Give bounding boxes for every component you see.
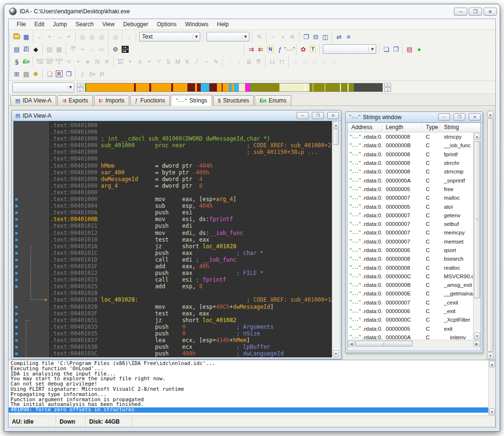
table-row[interactable]: "...".rdata:0...0000000AC_snprintf (348, 176, 473, 184)
asm-line[interactable]: .text:00401031 jz short loc_401082 (50, 317, 332, 324)
tab-exports[interactable]: ⇉Exports (57, 95, 93, 105)
output-window[interactable]: Compiling file 'C:\Program Files (x86)\I… (9, 360, 495, 416)
open-file[interactable] (12, 32, 21, 41)
asm-line[interactable]: .text:00401000 sub_401000 proc near ; CO… (50, 142, 332, 149)
scroll-up-icon[interactable]: ▲ (487, 111, 494, 118)
strings-column-headers[interactable]: AddressLengthTypeString (348, 123, 481, 132)
scroll-up-icon[interactable]: ▲ (489, 361, 495, 367)
scroll-left-icon[interactable]: ◀ (348, 341, 355, 346)
menu-debugger[interactable]: Debugger (119, 20, 153, 29)
window-switch[interactable]: ⇄ (334, 32, 344, 41)
calculator[interactable]: ⊞ (12, 69, 21, 79)
table-row[interactable]: "...".rdata:0...00000008Cstrncmp (348, 167, 473, 176)
xrefs-from[interactable]: ⇇ (256, 44, 266, 54)
asm-line[interactable]: .text:00401000 (50, 129, 332, 135)
strings-vertical-scrollbar[interactable]: ▲ ≡ ▼ (473, 132, 481, 340)
window-prev[interactable]: ❏ (45, 69, 54, 79)
table-row[interactable]: "...".rdata:0...0000000CC_XcptFilter (348, 315, 473, 324)
strings-window-button[interactable]: "..." (285, 44, 294, 54)
column-header-string[interactable]: String (440, 123, 481, 132)
table-row[interactable]: "...".rdata:0...00000007Cmemset (348, 237, 473, 246)
asm-line[interactable]: .text:00401000 ; sub_401150+38↓p ... (50, 149, 332, 155)
resize-grip[interactable] (348, 347, 481, 351)
window-list[interactable]: ≡ (344, 32, 353, 41)
menu-edit[interactable]: Edit (30, 20, 49, 29)
navigator-band[interactable] (85, 83, 383, 92)
problems-report[interactable]: ▤ (405, 44, 414, 54)
asm-line[interactable]: .text:0040101A jz short loc_401028 (50, 243, 332, 250)
window-stack[interactable]: ❐ (64, 69, 73, 79)
asm-line[interactable]: .text:00401000 mov eax, [esp+arg_4] (50, 196, 332, 203)
menu-options[interactable]: Options (153, 20, 181, 29)
band-scroll-left-button[interactable]: ▸ (384, 83, 391, 87)
table-row[interactable]: "...".rdata:0...00000008Cstrncpy (348, 132, 473, 141)
scroll-down-icon[interactable]: ▼ (487, 352, 494, 359)
column-header-length[interactable]: Length (382, 123, 422, 132)
asm-line[interactable]: .text:00401000 hMem = dword ptr -404h (50, 162, 332, 169)
scroll-up-icon[interactable]: ▲ (474, 133, 480, 140)
window-open-saved[interactable]: ❏ (381, 44, 391, 54)
plugins-gear[interactable]: ❋ (31, 69, 41, 79)
text-view[interactable]: ▤ (12, 44, 21, 54)
tab-structures[interactable]: §Structures (213, 95, 254, 105)
setup-wrench[interactable]: ⚙ (111, 44, 120, 54)
table-row[interactable]: "...".rdata:0...0000000CCMSVCR90.dll (348, 272, 473, 281)
title-bar[interactable]: IDA - C:\Users\endgame\Desktop\khaki.exe… (4, 4, 500, 19)
script-file[interactable]: ▤ (21, 69, 31, 79)
autoanalysis-indicator[interactable]: ● (414, 44, 424, 54)
strings-title-bar[interactable]: "..." Strings window ─ ❐ ✕ (346, 112, 483, 122)
asm-line[interactable]: .text:0040100B mov esi, ds:fprintf (50, 216, 332, 223)
binary-view[interactable]: 101011 (21, 44, 31, 54)
band-zoom-out-button[interactable]: ▸ (77, 88, 83, 92)
asm-line[interactable]: .text:0040103B push ecx ; lpBuffer (50, 344, 332, 350)
asm-line[interactable]: .text:00401035 push 0 ; nSize (50, 330, 332, 337)
asm-line[interactable]: .text:00401023 call esi ; fprintf (50, 276, 332, 283)
chevron-down-icon[interactable]: ▼ (193, 34, 200, 39)
scroll-thumb[interactable]: ≡ (474, 141, 480, 298)
ida-view-minimize-button[interactable]: ─ (297, 112, 309, 119)
asm-line[interactable]: .text:00401028 loc_401028: ; CODE XREF: … (50, 296, 332, 303)
table-row[interactable]: "...".rdata:0...00000005Catoi (348, 202, 473, 211)
asm-line[interactable]: .text:00401000 arg_4 = dword ptr 8 (50, 183, 332, 189)
asm-line[interactable]: .text:00401000 dwMessageId = dword ptr 4 (50, 176, 332, 183)
band-scroll-right-button[interactable]: ◂ (384, 88, 391, 92)
scroll-down-icon[interactable]: ▼ (474, 333, 480, 339)
table-row[interactable]: "...".rdata:0...0000000EC__getmainargs (348, 289, 473, 298)
windows-cascade[interactable]: ❐ (301, 32, 311, 41)
scroll-up-icon[interactable]: ▲ (333, 122, 339, 128)
table-row[interactable]: "...".rdata:0...00000005Cexit (348, 324, 473, 333)
asm-line[interactable]: .text:00401028 mov eax, [esp+40Ch+dwMess… (50, 304, 332, 310)
disasm-vertical-scrollbar[interactable]: ▲ ▼ (332, 121, 339, 357)
tab-ida-view-a[interactable]: ▤IDA View-A (10, 95, 56, 105)
asm-line[interactable]: .text:00401000 (50, 189, 332, 196)
strings-minimize-button[interactable]: ─ (438, 113, 450, 121)
create-enum[interactable]: En (21, 57, 31, 66)
band-zoom-in-button[interactable]: ◂ (77, 83, 83, 87)
tab-imports[interactable]: ⇇Imports (94, 95, 129, 105)
asm-line[interactable]: .text:00401028 (50, 290, 332, 296)
menu-file[interactable]: File (12, 20, 30, 29)
function-combo[interactable]: ▼ (12, 82, 74, 92)
scroll-down-icon[interactable]: ▼ (333, 350, 339, 357)
table-row[interactable]: "...".rdata:0...00000008Crealloc (348, 263, 473, 272)
chevron-down-icon[interactable]: ▼ (369, 47, 376, 51)
type-libraries[interactable]: T (308, 44, 318, 54)
processor-chip[interactable]: ◆ (31, 44, 41, 54)
window-reset[interactable]: R (54, 69, 64, 79)
log-line[interactable]: 401090: force zero offsets in structures (9, 407, 495, 413)
chevron-down-icon[interactable]: ▼ (67, 85, 74, 90)
menu-search[interactable]: Search (71, 20, 98, 29)
table-row[interactable]: "...".rdata:0...00000008Cstrrchr (348, 159, 473, 167)
search-type-combo[interactable]: Text▼ (139, 32, 200, 41)
strings-close-button[interactable]: ✕ (469, 113, 481, 121)
strings-maximize-button[interactable]: ❐ (453, 113, 465, 121)
column-header-address[interactable]: Address (348, 123, 382, 132)
table-row[interactable]: "...".rdata:0...00000007Cmemcpy (348, 228, 473, 237)
minimize-button[interactable]: ─ (454, 8, 467, 16)
asm-line[interactable]: .text:0040101D call edi ; __iob_func (50, 256, 332, 263)
scroll-thumb[interactable] (487, 118, 494, 352)
colors-palette[interactable] (120, 44, 130, 54)
ida-view-close-button[interactable]: ✕ (327, 112, 339, 119)
table-row[interactable]: "...".rdata:0...00000006C_exit (348, 307, 473, 315)
table-row[interactable]: "...".rdata:0...00000005Cfree (348, 185, 473, 193)
